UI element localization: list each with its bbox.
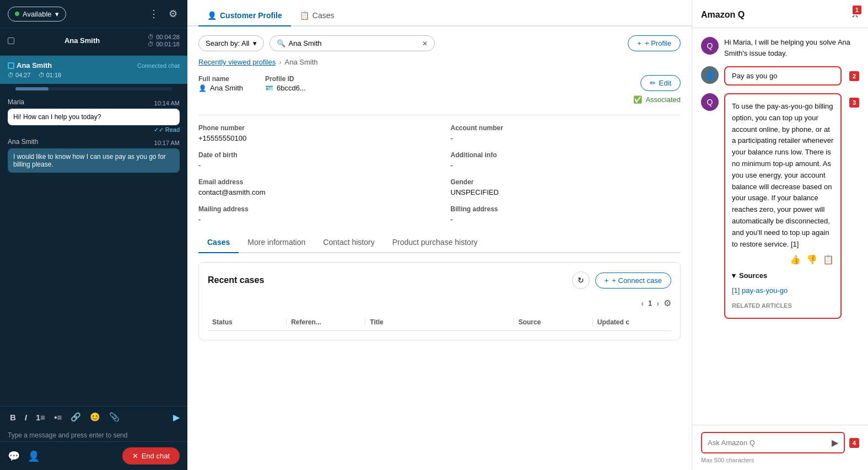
sub-tab-purchase-history[interactable]: Product purchase history	[384, 232, 487, 253]
chat-messages-area: Maria 10:14 AM Hi! How can I help you to…	[0, 94, 187, 406]
email-field: Email address contact@asmith.com	[198, 178, 429, 196]
aq-bot-avatar-1: Q	[701, 37, 719, 55]
search-input[interactable]	[289, 39, 419, 47]
read-indicator: ✓✓ Read	[8, 126, 180, 133]
bold-button[interactable]: B	[8, 412, 18, 423]
profile-icon-button[interactable]: 👤	[28, 450, 40, 462]
aq-greeting-msg: Q Hi Maria, I will be helping you solve …	[701, 37, 859, 58]
aq-greeting-bubble: Hi Maria, I will be helping you solve An…	[724, 37, 859, 58]
search-clear-button[interactable]: ✕	[422, 40, 428, 47]
msg-bubble-ana: I would like to know how I can use pay a…	[8, 148, 180, 173]
search-input-wrap: 🔍 ✕	[269, 35, 435, 51]
copy-button[interactable]: 📋	[823, 254, 834, 265]
active-chat-timers: ⏱ 04:27 ⏱ 01:18	[8, 72, 180, 78]
amazon-q-panel: Amazon Q ✕ Q Hi Maria, I will be helping…	[692, 0, 868, 470]
search-by-select[interactable]: Search by: All ▾	[198, 35, 264, 51]
aq-bot-avatar-2: Q	[701, 93, 719, 111]
table-header: Status Referen... Title Source Updated c	[208, 314, 671, 331]
amazon-q-input-area: ▶ 4 Max 500 characters	[692, 425, 868, 470]
chat-input-area[interactable]: Type a message and press enter to send	[0, 428, 187, 441]
aq-response-msg: Q To use the pay-as-you-go billing optio…	[701, 93, 859, 319]
end-chat-button[interactable]: ✕ End chat	[122, 447, 180, 464]
amazon-q-input[interactable]	[708, 439, 827, 447]
sidebar: Available ▾ ⋮ ⚙ Ana Smith ⏱ 00:04:28 ⏱ 0…	[0, 0, 187, 470]
ordered-list-button[interactable]: 1≡	[34, 412, 47, 423]
aq-input-row: ▶ 4	[701, 432, 859, 453]
link-button[interactable]: 🔗	[68, 411, 83, 423]
prev-page-button[interactable]: ‹	[641, 299, 644, 308]
sender-ana: Ana Smith	[8, 138, 38, 146]
plus-icon: +	[637, 39, 641, 47]
next-page-button[interactable]: ›	[656, 299, 659, 308]
tab-cases[interactable]: 📋 Cases	[291, 6, 343, 26]
profile-id-field: Profile ID 🪪 6bccd6...	[265, 75, 310, 92]
status-button[interactable]: Available ▾	[8, 7, 66, 22]
page-number: 1	[648, 299, 652, 307]
cases-actions: ↻ + + Connect case	[572, 271, 671, 289]
refresh-button[interactable]: ↻	[572, 271, 590, 289]
aq-user-avatar: 👤	[701, 66, 719, 84]
breadcrumb-link[interactable]: Recently viewed profiles	[198, 58, 276, 66]
edit-button[interactable]: ✏ Edit	[640, 75, 681, 91]
attachment-button[interactable]: 📎	[107, 411, 122, 423]
col-header-ref: Referen...	[286, 318, 365, 326]
italic-button[interactable]: I	[23, 412, 29, 423]
step-2-badge: 2	[849, 71, 859, 81]
dislike-button[interactable]: 👎	[806, 254, 817, 265]
profile-fields: Full name 👤 Ana Smith Profile ID 🪪 6bccd…	[198, 75, 310, 92]
char-limit-label: Max 500 characters	[701, 457, 859, 463]
profile-id-value: 🪪 6bccd6...	[265, 84, 310, 92]
table-settings-button[interactable]: ⚙	[664, 298, 671, 308]
tab-customer-profile[interactable]: 👤 Customer Profile	[198, 6, 291, 26]
chat-name-1: Ana Smith	[64, 36, 100, 45]
divider-1	[198, 115, 681, 115]
col-header-updated: Updated c	[592, 318, 671, 326]
full-name-value: 👤 Ana Smith	[198, 84, 243, 92]
chat-times-1: ⏱ 00:04:28 ⏱ 00:01:18	[148, 34, 180, 47]
status-label: Available	[23, 10, 52, 18]
search-chevron-icon: ▾	[253, 39, 257, 47]
send-button[interactable]: ▶	[173, 412, 180, 423]
billing-field: Billing address -	[451, 205, 681, 223]
like-button[interactable]: 👍	[790, 254, 801, 265]
id-icon: 🪪	[265, 84, 273, 92]
col-header-status: Status	[208, 318, 286, 326]
cases-section: Recent cases ↻ + + Connect case ‹ 1 › ⚙ …	[198, 262, 681, 340]
full-name-field: Full name 👤 Ana Smith	[198, 75, 243, 92]
cases-title: Recent cases	[208, 275, 264, 285]
msg-time-maria: 10:14 AM	[154, 100, 180, 106]
add-profile-button[interactable]: + + Profile	[628, 35, 681, 51]
chat-item-1[interactable]: Ana Smith ⏱ 00:04:28 ⏱ 00:01:18	[0, 28, 187, 56]
amazon-q-send-button[interactable]: ▶	[832, 437, 838, 448]
search-by-label: Search by: All	[206, 39, 250, 47]
connect-case-button[interactable]: + + Connect case	[595, 273, 671, 289]
more-options-icon[interactable]: ⋮	[147, 6, 161, 22]
aq-user-msg: 👤 Pay as you go 2	[701, 66, 859, 86]
main-body: Search by: All ▾ 🔍 ✕ + + Profile Recentl…	[187, 26, 692, 470]
aq-action-buttons: 👍 👎 📋	[732, 254, 834, 265]
message-row-ana: Ana Smith 10:17 AM I would like to know …	[8, 138, 180, 173]
active-chat-item[interactable]: Ana Smith Connected chat ⏱ 04:27 ⏱ 01:18	[0, 56, 187, 84]
person-icon: 👤	[207, 11, 217, 20]
chevron-down-icon: ▾	[55, 10, 59, 18]
sub-tab-more-info[interactable]: More information	[239, 232, 314, 253]
sub-tab-cases[interactable]: Cases	[198, 232, 239, 253]
sidebar-icon-group: ⋮ ⚙	[147, 6, 180, 22]
aq-sources-toggle[interactable]: ▾ Sources	[732, 270, 834, 282]
connect-case-label: + Connect case	[612, 276, 662, 285]
sub-tab-contact-history[interactable]: Contact history	[314, 232, 383, 253]
plus-icon-case: +	[605, 276, 609, 285]
source-link-1[interactable]: [1] pay-as-you-go	[732, 286, 788, 295]
msg-bubble-maria: Hi! How can I help you today?	[8, 109, 180, 125]
col-header-source: Source	[514, 318, 592, 326]
chat-icon-button[interactable]: 💬	[8, 450, 20, 462]
chat-timer2-1: 00:01:18	[156, 41, 180, 47]
edit-pencil-icon: ✏	[650, 79, 656, 87]
additional-field: Additional info -	[451, 151, 681, 169]
emoji-button[interactable]: 😊	[88, 411, 103, 423]
settings-icon[interactable]: ⚙	[166, 6, 180, 22]
account-field: Account number -	[451, 124, 681, 142]
profile-detail-grid: Phone number +15555550100 Account number…	[198, 124, 681, 223]
aq-user-query-bubble: Pay as you go	[724, 66, 842, 86]
unordered-list-button[interactable]: •≡	[52, 412, 64, 423]
